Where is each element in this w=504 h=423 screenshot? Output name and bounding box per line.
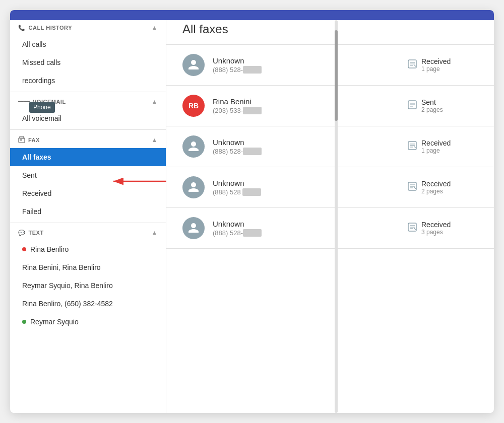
fax-avatar-4	[182, 176, 205, 198]
text-header-left: 💬 TEXT	[18, 230, 44, 236]
fax-status-pages-1: 1 page	[421, 65, 451, 73]
fax-status-pages-2: 2 pages	[421, 106, 443, 113]
text-label: TEXT	[29, 230, 44, 236]
fax-status-5: Received 3 pages	[407, 221, 478, 236]
fax-contact-info-2: Rina Benini (203) 533-████	[213, 97, 407, 114]
call-history-header-left: 📞 CALL HISTORY	[18, 25, 72, 31]
fax-status-label-1: Received	[421, 57, 451, 65]
phone-icon: 📞	[18, 25, 26, 31]
fax-avatar-2: RB	[182, 95, 205, 117]
fax-header-left: FAX	[18, 136, 40, 144]
sidebar-item-failed[interactable]: Failed	[10, 202, 166, 221]
fax-contact-number-4: (888) 528 ████	[213, 188, 407, 196]
fax-label: FAX	[28, 137, 40, 143]
fax-status-1: Received 1 page	[407, 57, 478, 73]
fax-status-icon-1	[407, 59, 417, 72]
main-content: All faxes Unknown (888) 528-████	[166, 10, 494, 413]
fax-status-icon-3	[407, 140, 417, 153]
top-bar	[10, 10, 494, 20]
red-arrow	[111, 174, 171, 189]
fax-item-1[interactable]: Unknown (888) 528-████ Received 1 page	[166, 45, 494, 86]
fax-status-label-2: Sent	[421, 98, 443, 106]
fax-contact-number-1: (888) 528-████	[213, 66, 407, 74]
fax-contact-name-4: Unknown	[213, 179, 407, 187]
sidebar-item-reymar-benliro[interactable]: Reymar Syquio, Rina Benliro	[10, 276, 166, 295]
fax-contact-number-5: (888) 528-████	[213, 229, 407, 237]
fax-status-icon-4	[407, 181, 417, 194]
phone-tooltip-label: Phone	[33, 104, 51, 111]
fax-contact-name-3: Unknown	[213, 138, 407, 147]
fax-contact-info-1: Unknown (888) 528-████	[213, 56, 407, 74]
fax-contact-name-1: Unknown	[213, 56, 407, 65]
fax-status-text-2: Sent 2 pages	[421, 98, 443, 113]
fax-item-2[interactable]: RB Rina Benini (203) 533-████ Sent	[166, 86, 494, 126]
fax-status-label-3: Received	[421, 139, 451, 147]
content-area: 📞 CALL HISTORY ▲ All calls Missed calls …	[10, 10, 494, 413]
scrollbar-track[interactable]	[335, 20, 338, 413]
call-history-label: CALL HISTORY	[29, 25, 72, 31]
sidebar-item-rina-benini-benliro[interactable]: Rina Benini, Rina Benliro	[10, 258, 166, 276]
fax-contact-info-5: Unknown (888) 528-████	[213, 220, 407, 237]
fax-status-4: Received 2 pages	[407, 180, 478, 195]
fax-avatar-3	[182, 135, 205, 158]
text-chevron: ▲	[152, 229, 158, 236]
fax-avatar-1	[182, 54, 205, 76]
fax-chevron: ▲	[152, 136, 158, 144]
fax-status-3: Received 1 page	[407, 139, 478, 154]
fax-list: Unknown (888) 528-████ Received 1 page	[166, 45, 494, 249]
fax-status-label-4: Received	[421, 180, 451, 188]
fax-status-pages-3: 1 page	[421, 147, 451, 154]
svg-rect-5	[20, 140, 22, 141]
sidebar-item-all-faxes[interactable]: All faxes	[10, 148, 166, 166]
fax-contact-info-3: Unknown (888) 528-████	[213, 138, 407, 155]
divider-1	[10, 92, 166, 92]
fax-status-text-4: Received 2 pages	[421, 180, 451, 195]
sidebar-item-missed-calls[interactable]: Missed calls	[10, 53, 166, 72]
fax-status-text-3: Received 1 page	[421, 139, 451, 154]
fax-item-3[interactable]: Unknown (888) 528-████ Received 1 page	[166, 126, 494, 167]
fax-status-text-1: Received 1 page	[421, 57, 451, 73]
fax-status-text-5: Received 3 pages	[421, 221, 451, 236]
fax-status-icon-5	[407, 222, 417, 235]
fax-contact-info-4: Unknown (888) 528 ████	[213, 179, 407, 196]
sidebar: 📞 CALL HISTORY ▲ All calls Missed calls …	[10, 10, 166, 413]
text-header[interactable]: 💬 TEXT ▲	[10, 225, 166, 240]
fax-icon	[18, 136, 25, 144]
sidebar-item-reymar-syquio[interactable]: Reymar Syquio	[10, 313, 166, 331]
voicemail-icon: 〰〰	[18, 99, 30, 105]
fax-item-5[interactable]: Unknown (888) 528-████ Received 3 pages	[166, 208, 494, 249]
sidebar-item-all-calls[interactable]: All calls	[10, 35, 166, 53]
text-icon: 💬	[18, 230, 26, 236]
call-history-chevron: ▲	[152, 24, 158, 31]
fax-contact-number-2: (203) 533-████	[213, 107, 407, 114]
fax-status-2: Sent 2 pages	[407, 98, 478, 113]
svg-rect-4	[20, 139, 22, 140]
voicemail-chevron: ▲	[152, 98, 158, 105]
fax-item-4[interactable]: Unknown (888) 528 ████ Received 2 pages	[166, 167, 494, 208]
fax-status-icon-2	[407, 100, 417, 112]
divider-2	[10, 129, 166, 130]
phone-tooltip: Phone	[29, 102, 55, 113]
fax-status-label-5: Received	[421, 221, 451, 229]
sidebar-item-recordings[interactable]: recordings	[10, 72, 166, 90]
sidebar-item-rina-benliro-2[interactable]: Rina Benliro, (650) 382-4582	[10, 295, 166, 313]
fax-status-pages-4: 2 pages	[421, 188, 451, 195]
reymar-syquio-dot	[22, 320, 26, 324]
fax-contact-name-5: Unknown	[213, 220, 407, 228]
fax-header[interactable]: FAX ▲	[10, 132, 166, 148]
fax-avatar-5	[182, 217, 205, 239]
sidebar-item-rina-benliro[interactable]: Rina Benliro	[10, 240, 166, 258]
fax-contact-name-2: Rina Benini	[213, 97, 407, 106]
rina-benliro-dot	[22, 247, 26, 251]
divider-3	[10, 223, 166, 223]
call-history-header[interactable]: 📞 CALL HISTORY ▲	[10, 20, 166, 35]
scrollbar-thumb[interactable]	[335, 30, 338, 121]
fax-status-pages-5: 3 pages	[421, 229, 451, 236]
fax-contact-number-3: (888) 528-████	[213, 148, 407, 155]
